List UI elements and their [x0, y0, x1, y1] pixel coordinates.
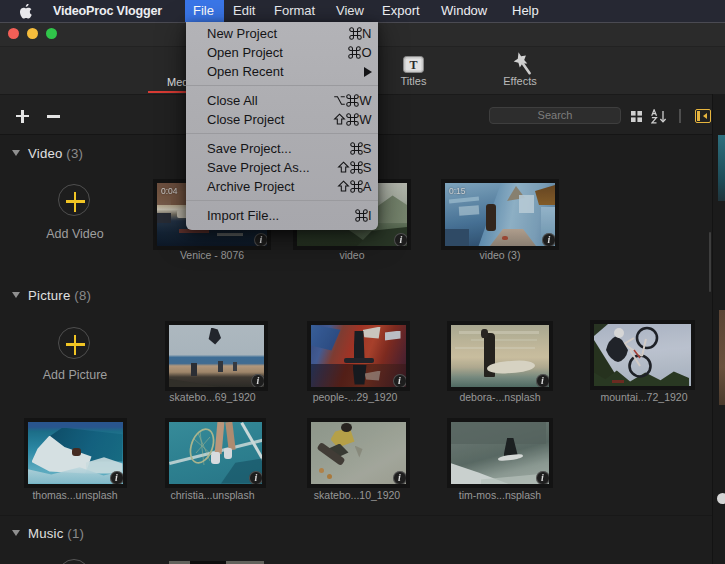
svg-text:T: T — [409, 58, 417, 72]
